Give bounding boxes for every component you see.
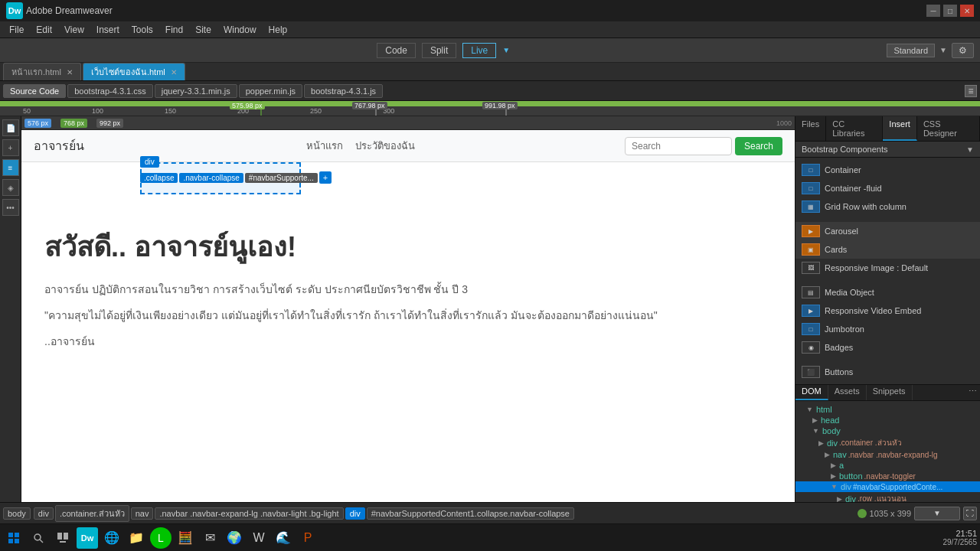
- menu-insert[interactable]: Insert: [90, 23, 126, 37]
- dom-div-row[interactable]: ▶ div .row .แนวนอน: [795, 492, 980, 502]
- fullscreen-btn[interactable]: ⛶: [963, 507, 977, 520]
- taskbar-edge-icon[interactable]: 🌊: [273, 527, 294, 549]
- close-btn[interactable]: ✕: [960, 5, 974, 17]
- taskbar-search-btn[interactable]: [28, 527, 49, 549]
- dom-html-tag: html: [816, 405, 832, 414]
- live-dropdown-arrow[interactable]: ▼: [502, 46, 510, 54]
- panel-tab-css[interactable]: CSS Designer: [917, 116, 980, 141]
- search-btn[interactable]: Search: [735, 137, 782, 155]
- gear-btn[interactable]: ⚙: [952, 43, 974, 58]
- dom-nav[interactable]: ▶ nav .navbar .navbar-expand-lg: [795, 449, 980, 460]
- filetab-jquery[interactable]: jquery-3.3.1.min.js: [155, 84, 237, 98]
- element-tag-overlay: div: [140, 156, 159, 169]
- filter-btn[interactable]: ≡: [965, 85, 977, 97]
- assets-tab[interactable]: Assets: [828, 385, 867, 400]
- breadcrumb-navbarcontent[interactable]: #navbarSupportedContent1.collapse.navbar…: [367, 507, 574, 520]
- menu-help[interactable]: Help: [263, 23, 294, 37]
- sidebar-extra-icon[interactable]: •••: [2, 199, 19, 216]
- component-list: □ Container □ Container -fluid ▦ Grid Ro…: [795, 158, 980, 384]
- component-grid[interactable]: ▦ Grid Row with column: [795, 197, 980, 216]
- filetab-popper[interactable]: popper.min.js: [239, 84, 302, 98]
- dom-html[interactable]: ▼ html: [795, 404, 980, 415]
- tab-home-close[interactable]: ✕: [67, 68, 73, 77]
- taskbar-windows-btn[interactable]: [3, 527, 24, 549]
- menu-view[interactable]: View: [58, 23, 90, 37]
- filetab-bootstrap-css[interactable]: bootstrap-4.3.1.css: [67, 84, 153, 98]
- menu-edit[interactable]: Edit: [30, 23, 58, 37]
- component-container[interactable]: □ Container: [795, 161, 980, 179]
- split-btn[interactable]: Split: [422, 43, 456, 58]
- component-responsive-image[interactable]: 🖼 Responsive Image : Default: [795, 259, 980, 277]
- component-buttons[interactable]: ⬛ Buttons: [795, 363, 980, 381]
- taskbar-chrome-icon[interactable]: 🌍: [224, 527, 245, 549]
- minimize-btn[interactable]: ─: [926, 5, 940, 17]
- menu-tools[interactable]: Tools: [126, 23, 159, 37]
- breadcrumb-nav[interactable]: nav: [131, 507, 154, 520]
- tab-mysite-close[interactable]: ✕: [171, 68, 177, 77]
- breadcrumb-div-active[interactable]: div: [345, 507, 365, 520]
- component-cards[interactable]: ▣ Cards: [795, 240, 980, 259]
- taskbar-powerpoint-icon[interactable]: P: [297, 527, 318, 549]
- dom-body[interactable]: ▼ body: [795, 425, 980, 436]
- panel-options-btn[interactable]: ⋯: [965, 385, 980, 400]
- taskbar-folder-icon[interactable]: 📁: [126, 527, 147, 549]
- menu-file[interactable]: File: [3, 23, 30, 37]
- dom-button-toggler[interactable]: ▶ button .navbar-toggler: [795, 471, 980, 481]
- taskbar-dw-icon[interactable]: Dw: [77, 527, 98, 549]
- dom-div-container[interactable]: ▶ div .container .ส่วนหัว: [795, 436, 980, 449]
- breadcrumb-navbar[interactable]: .navbar .navbar-expand-lg .navbar-light …: [155, 507, 343, 520]
- filetab-bootstrap-js[interactable]: bootstrap-4.3.1.js: [304, 84, 383, 98]
- preview-content: สวัสดี.. อาจารย์นูเอง! อาจารย์น ปฏิบัติก…: [21, 194, 795, 390]
- tab-home[interactable]: หน้าแรก.html ✕: [3, 63, 81, 80]
- sidebar-insert-icon[interactable]: +: [2, 139, 19, 156]
- panel-tab-cc[interactable]: CC Libraries: [826, 116, 883, 141]
- sidebar-files-icon[interactable]: 📄: [2, 119, 19, 136]
- panel-tab-files[interactable]: Files: [795, 116, 826, 141]
- taskbar-ie-icon[interactable]: 🌐: [101, 527, 122, 549]
- sidebar-dom-icon[interactable]: ≡: [2, 159, 19, 176]
- nav-link-home[interactable]: หน้าแรก: [306, 138, 343, 154]
- taskbar-word-icon[interactable]: W: [248, 527, 270, 549]
- breadcrumb-div1[interactable]: div: [34, 507, 54, 520]
- maximize-btn[interactable]: □: [943, 5, 957, 17]
- standard-dropdown-arrow[interactable]: ▼: [939, 46, 947, 54]
- add-class-btn[interactable]: +: [319, 171, 332, 184]
- taskbar-taskview-btn[interactable]: [52, 527, 74, 549]
- component-carousel[interactable]: ▶ Carousel: [795, 222, 980, 240]
- webpage-frame[interactable]: อาจารย์น หน้าแรก ประวัติของฉัน Search: [21, 130, 795, 502]
- cards-label: Cards: [825, 245, 847, 254]
- tab-mysite[interactable]: เว็บไซต์ของฉัน.html ✕: [83, 63, 185, 80]
- standard-btn[interactable]: Standard: [887, 44, 935, 57]
- dom-a[interactable]: ▶ a: [795, 460, 980, 471]
- component-jumbotron[interactable]: □ Jumbotron: [795, 320, 980, 338]
- dom-head[interactable]: ▶ head: [795, 415, 980, 425]
- dom-div-navbar-content[interactable]: ▼ div #navbarSupportedConte...: [795, 481, 980, 492]
- search-input[interactable]: [625, 137, 732, 155]
- sidebar-assets-icon[interactable]: ◈: [2, 179, 19, 196]
- menu-site[interactable]: Site: [189, 23, 217, 37]
- svg-rect-3: [15, 539, 19, 543]
- component-container-fluid[interactable]: □ Container -fluid: [795, 179, 980, 197]
- component-media[interactable]: ▤ Media Object: [795, 283, 980, 302]
- breadcrumb-body[interactable]: body: [3, 507, 31, 520]
- live-btn[interactable]: Live: [462, 43, 496, 58]
- dom-body-tag: body: [822, 426, 841, 435]
- taskbar-calc-icon[interactable]: 🧮: [175, 527, 196, 549]
- snippets-tab[interactable]: Snippets: [867, 385, 913, 400]
- component-badges[interactable]: ◉ Badges: [795, 338, 980, 357]
- panel-tab-insert[interactable]: Insert: [883, 116, 917, 141]
- breadcrumb-container[interactable]: .container.ส่วนหัว: [55, 505, 129, 522]
- taskbar-outlook-icon[interactable]: ✉: [199, 527, 220, 549]
- component-video[interactable]: ▶ Responsive Video Embed: [795, 302, 980, 320]
- bootstrap-selector[interactable]: Bootstrap Components ▼: [795, 142, 980, 158]
- size-selector[interactable]: ▼: [914, 507, 960, 520]
- media-icon: ▤: [802, 286, 820, 298]
- menu-window[interactable]: Window: [217, 23, 263, 37]
- menu-find[interactable]: Find: [159, 23, 189, 37]
- dom-tab[interactable]: DOM: [795, 385, 828, 400]
- filetab-sourcecode[interactable]: Source Code: [3, 84, 66, 98]
- nav-link-about[interactable]: ประวัติของฉัน: [355, 138, 415, 154]
- code-btn[interactable]: Code: [377, 43, 416, 58]
- taskbar-line-icon[interactable]: L: [150, 527, 172, 549]
- dom-section: ▼ html ▶ head ▼ body: [795, 401, 980, 502]
